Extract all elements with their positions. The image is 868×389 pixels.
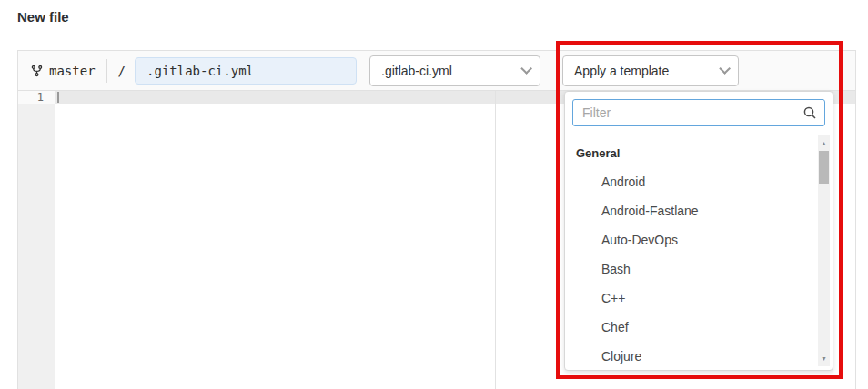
- filter-wrapper: [572, 99, 825, 126]
- template-dropdown-panel: General Android Android-Fastlane Auto-De…: [564, 91, 833, 371]
- file-type-select[interactable]: .gitlab-ci.yml: [369, 55, 540, 86]
- chevron-down-icon: [719, 63, 731, 75]
- template-option-android[interactable]: Android: [565, 167, 833, 196]
- apply-template-select[interactable]: Apply a template: [562, 55, 739, 86]
- template-group-label: General: [565, 141, 833, 167]
- filter-input[interactable]: [572, 99, 825, 126]
- template-option-clojure[interactable]: Clojure: [565, 342, 833, 371]
- line-number: 1: [18, 91, 55, 104]
- editor-gutter: [18, 91, 55, 389]
- branch-selector: master: [31, 64, 96, 78]
- template-option-auto-devops[interactable]: Auto-DevOps: [565, 225, 833, 254]
- path-separator: /: [118, 64, 126, 78]
- template-list: General Android Android-Fastlane Auto-De…: [565, 134, 833, 371]
- file-type-select-value: .gitlab-ci.yml: [381, 64, 452, 78]
- filename-input[interactable]: [135, 57, 357, 85]
- editor-cursor: [57, 92, 59, 103]
- template-option-android-fastlane[interactable]: Android-Fastlane: [565, 196, 833, 225]
- scrollbar-thumb[interactable]: [819, 151, 829, 184]
- scrollbar-down-arrow-icon[interactable]: ▼: [818, 353, 830, 364]
- page-title: New file: [17, 9, 69, 25]
- template-option-cpp[interactable]: C++: [565, 284, 833, 313]
- dropdown-scrollbar[interactable]: ▲ ▼: [818, 135, 830, 366]
- git-branch-icon: [31, 65, 43, 77]
- branch-name: master: [49, 64, 96, 78]
- search-icon: [802, 105, 817, 120]
- chevron-down-icon: [520, 63, 532, 75]
- file-toolbar: master / .gitlab-ci.yml Apply a template: [18, 51, 855, 91]
- apply-template-select-value: Apply a template: [574, 64, 669, 78]
- editor-print-margin: [495, 91, 496, 389]
- scrollbar-up-arrow-icon[interactable]: ▲: [818, 137, 830, 149]
- template-option-bash[interactable]: Bash: [565, 254, 833, 284]
- template-option-chef[interactable]: Chef: [565, 313, 833, 342]
- toolbar-divider: [106, 59, 107, 83]
